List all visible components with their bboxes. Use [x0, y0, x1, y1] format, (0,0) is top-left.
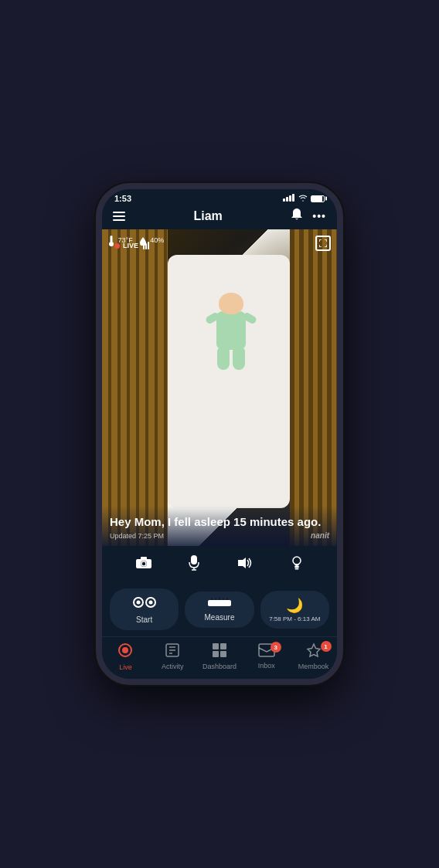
baby-head: [219, 293, 243, 314]
top-nav: Liam •••: [102, 205, 337, 229]
camera-button[interactable]: [133, 554, 155, 576]
baby-body: [216, 311, 246, 350]
nav-item-live[interactable]: Live: [106, 642, 145, 671]
nav-item-dashboard[interactable]: Dashboard: [200, 643, 239, 670]
phone-screen: 1:53: [102, 189, 337, 679]
svg-point-24: [148, 601, 152, 605]
svg-rect-13: [141, 557, 147, 560]
svg-rect-19: [294, 566, 299, 568]
crib-mattress: [168, 255, 290, 508]
svg-rect-14: [191, 555, 197, 565]
svg-rect-4: [143, 245, 145, 249]
nanit-watermark: nanit: [311, 531, 329, 540]
svg-rect-25: [208, 600, 231, 606]
svg-rect-2: [289, 195, 291, 202]
sound-button[interactable]: [233, 554, 257, 576]
nav-item-inbox[interactable]: 3 Inbox: [247, 643, 286, 670]
svg-point-18: [293, 557, 301, 565]
bottom-nav: Live Activity: [102, 636, 337, 679]
nav-item-membook[interactable]: 1 Membook: [294, 643, 333, 670]
svg-rect-3: [292, 194, 294, 202]
svg-rect-0: [283, 198, 285, 202]
camera-overlay: Hey Mom, I fell asleep 15 minutes ago. U…: [102, 506, 337, 546]
bell-icon[interactable]: [291, 208, 303, 225]
activity-nav-label: Activity: [162, 663, 184, 670]
baby-leg-right: [233, 348, 245, 370]
more-icon[interactable]: •••: [312, 210, 326, 222]
status-time: 1:53: [114, 194, 131, 203]
start-button[interactable]: Start: [110, 588, 179, 630]
membook-nav-icon: [306, 643, 322, 661]
svg-point-23: [136, 601, 140, 605]
sleep-pill[interactable]: 🌙 7:58 PM - 6:13 AM: [260, 591, 329, 629]
svg-point-32: [122, 647, 128, 653]
svg-marker-39: [308, 644, 320, 656]
crib-slats-left: [102, 229, 168, 546]
svg-rect-34: [213, 643, 219, 649]
measure-icon: [208, 598, 231, 612]
wifi-icon: [298, 194, 308, 203]
sleep-message: Hey Mom, I fell asleep 15 minutes ago.: [110, 515, 329, 529]
baby-leg-left: [217, 348, 230, 370]
phone-frame: 1:53: [96, 183, 343, 685]
start-icon: [132, 595, 157, 614]
moon-icon: 🌙: [286, 597, 303, 614]
baby-figure: [208, 293, 254, 449]
svg-rect-37: [220, 651, 226, 657]
updated-time: Updated 7:25 PM: [110, 532, 329, 540]
controls-row: [102, 546, 337, 584]
svg-rect-20: [295, 568, 299, 570]
nav-item-activity[interactable]: Activity: [153, 643, 192, 670]
svg-rect-5: [145, 243, 147, 249]
svg-rect-1: [286, 197, 288, 202]
light-button[interactable]: [288, 552, 306, 578]
measure-button[interactable]: Measure: [185, 592, 254, 628]
live-badge: LIVE: [114, 242, 152, 249]
camera-background: [102, 229, 337, 546]
inbox-badge: 3: [271, 642, 281, 653]
start-label: Start: [136, 615, 152, 624]
dashboard-nav-icon: [212, 643, 227, 661]
baby-arm-left: [205, 311, 221, 325]
live-nav-icon: [117, 642, 134, 662]
svg-rect-36: [213, 651, 219, 657]
membook-badge: 1: [321, 641, 332, 652]
activity-nav-icon: [165, 643, 180, 661]
nav-icons: •••: [291, 208, 326, 225]
fullscreen-button[interactable]: [315, 236, 331, 251]
signal-icon: [283, 194, 295, 203]
measure-label: Measure: [205, 613, 235, 622]
page-title: Liam: [193, 209, 222, 223]
menu-button[interactable]: [113, 212, 125, 221]
notch: [181, 189, 258, 203]
baby-arm-right: [242, 311, 258, 325]
sleep-time: 7:58 PM - 6:13 AM: [269, 615, 320, 622]
action-buttons: Start Measure 🌙: [102, 584, 337, 636]
dashboard-nav-label: Dashboard: [202, 663, 237, 670]
baby-legs: [217, 348, 245, 370]
microphone-button[interactable]: [185, 552, 202, 578]
membook-nav-label: Membook: [298, 663, 329, 670]
inbox-nav-label: Inbox: [258, 662, 275, 670]
battery-icon: [311, 195, 325, 202]
live-dot: [114, 243, 120, 249]
live-nav-label: Live: [119, 663, 132, 671]
crib-slats-right: [290, 229, 337, 546]
camera-feed: LIVE 73°F: [102, 229, 337, 546]
svg-rect-6: [148, 242, 149, 249]
svg-marker-17: [238, 558, 246, 568]
svg-rect-9: [111, 241, 112, 245]
svg-rect-35: [220, 643, 226, 649]
